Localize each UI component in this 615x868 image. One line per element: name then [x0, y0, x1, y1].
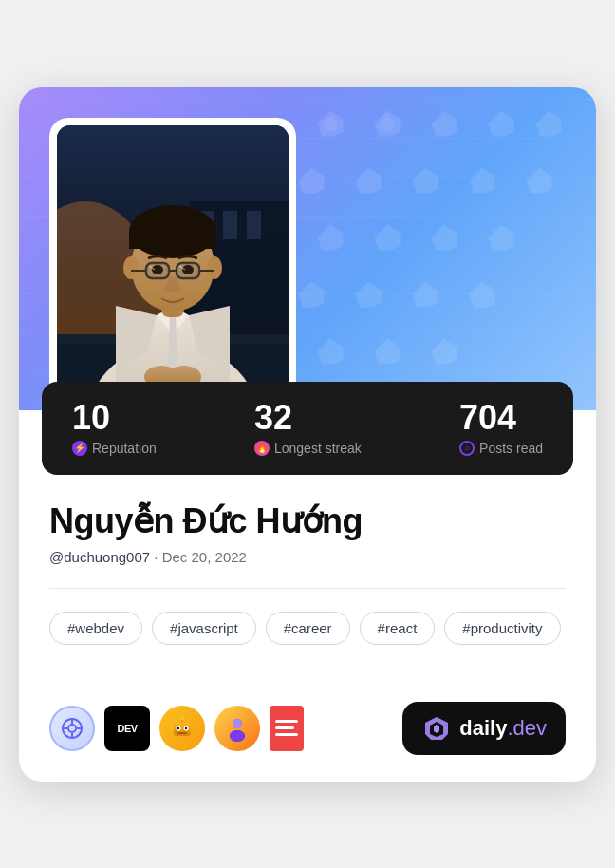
streak-label: 🔥 Longest streak [254, 441, 362, 456]
profile-joined: Dec 20, 2022 [162, 549, 247, 565]
streak-value: 32 [254, 401, 362, 435]
circle-icon: ○ [459, 441, 475, 456]
lightning-icon: ⚡ [72, 441, 87, 456]
reputation-value: 10 [72, 401, 157, 435]
profile-name: Nguyễn Đức Hướng [49, 501, 566, 541]
svg-point-34 [68, 725, 76, 732]
crosshair-badge [49, 706, 95, 751]
stat-posts: 704 ○ Posts read [459, 401, 543, 456]
profile-meta: @duchuong007 · Dec 20, 2022 [49, 549, 566, 565]
avatar-container [49, 118, 296, 403]
tag-item[interactable]: #react [360, 612, 436, 645]
stat-reputation: 10 ⚡ Reputation [72, 401, 157, 456]
tag-item[interactable]: #javascript [152, 612, 256, 645]
posts-label: ○ Posts read [459, 441, 543, 456]
brand-logo-container: daily.dev [402, 702, 566, 755]
tag-item[interactable]: #webdev [49, 612, 142, 645]
meta-separator: · [154, 549, 161, 565]
tag-item[interactable]: #productivity [444, 612, 560, 645]
profile-card: 10 ⚡ Reputation 32 🔥 Longest streak 704 … [19, 87, 596, 782]
flame-icon: 🔥 [254, 441, 270, 456]
brand-name: daily.dev [459, 716, 547, 741]
bookmark-badge [270, 706, 304, 751]
profile-content: Nguyễn Đức Hướng @duchuong007 · Dec 20, … [19, 475, 596, 702]
svg-point-50 [233, 719, 242, 728]
card-footer: DEV [19, 702, 596, 782]
stats-bar: 10 ⚡ Reputation 32 🔥 Longest streak 704 … [42, 382, 573, 475]
profile-username: @duchuong007 [49, 549, 150, 565]
dev-badge: DEV [104, 706, 150, 751]
svg-rect-21 [129, 230, 216, 249]
daily-dev-logo-icon [421, 713, 452, 744]
card-header [19, 87, 596, 410]
robot-badge [159, 706, 205, 751]
tag-item[interactable]: #career [266, 612, 350, 645]
person-badge [214, 706, 260, 751]
badges-row: DEV [49, 706, 304, 751]
svg-point-19 [207, 256, 222, 279]
svg-rect-47 [177, 732, 187, 734]
stat-streak: 32 🔥 Longest streak [254, 401, 362, 456]
avatar [57, 125, 289, 395]
svg-rect-5 [247, 211, 261, 239]
reputation-label: ⚡ Reputation [72, 441, 157, 456]
svg-point-45 [177, 726, 179, 728]
svg-point-18 [123, 256, 139, 279]
divider [49, 588, 566, 589]
svg-point-42 [180, 716, 184, 720]
svg-point-46 [185, 726, 187, 728]
svg-point-51 [230, 730, 245, 742]
posts-value: 704 [459, 401, 543, 435]
tags-container: #webdev#javascript#career#react#producti… [49, 612, 566, 645]
svg-rect-4 [223, 211, 237, 239]
